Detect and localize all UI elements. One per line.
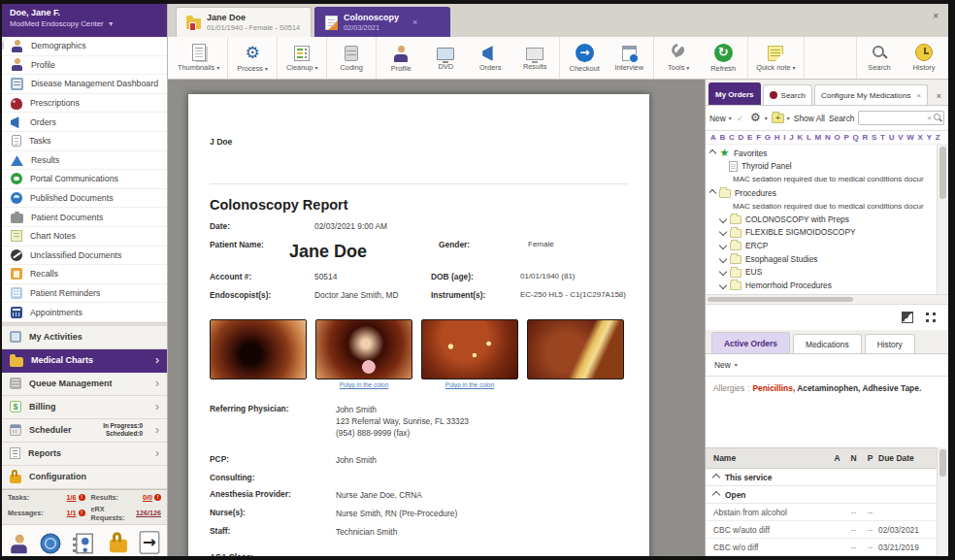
tree-folder-eus[interactable]: EUS — [709, 265, 933, 279]
image-caption-link[interactable]: Polyp in the colon — [421, 381, 518, 388]
sidebar-item-results[interactable]: Results — [2, 151, 167, 171]
orders-tab-configure-my-medications[interactable]: Configure My Medications× — [814, 84, 928, 105]
alphabet-letter-H[interactable]: H — [774, 133, 780, 142]
alphabet-letter-J[interactable]: J — [789, 133, 793, 142]
tab-history[interactable]: History — [865, 334, 915, 353]
sidebar-item-profile[interactable]: Profile — [2, 56, 167, 76]
tree-leaf-thyroid-panel[interactable]: Thyroid Panel — [709, 160, 933, 174]
chevron-down-icon[interactable] — [719, 215, 727, 223]
section-this-service[interactable]: This service — [706, 469, 948, 486]
footer-button-logout[interactable]: →Logout — [139, 530, 160, 556]
sidebar-item-appointments[interactable]: Appointments — [2, 303, 167, 322]
alphabet-letter-C[interactable]: C — [729, 133, 735, 142]
tab-close-icon[interactable]: × — [916, 91, 921, 100]
image-caption-link[interactable]: Polyp in the colon — [315, 381, 412, 388]
patient-header[interactable]: Doe, Jane F. ModMed Endoscopy Center ▼ — [2, 4, 167, 37]
alphabet-letter-Q[interactable]: Q — [853, 133, 859, 142]
chevron-up-icon[interactable] — [712, 490, 720, 498]
sidebar-nav-reports[interactable]: Reports› — [2, 443, 167, 466]
sidebar-item-disease-management-dashboard[interactable]: Disease Management Dashboard — [2, 75, 167, 94]
tab-active-orders[interactable]: Active Orders — [711, 332, 790, 353]
alphabet-letter-B[interactable]: B — [720, 133, 726, 142]
caret-down-icon[interactable]: ▾ — [735, 362, 738, 368]
toolbar-results[interactable]: Results — [512, 44, 557, 73]
alphabet-letter-D[interactable]: D — [739, 133, 744, 142]
alphabet-letter-G[interactable]: G — [765, 133, 771, 142]
footer-button-lock[interactable]: Lock — [109, 537, 128, 556]
chevron-up-icon[interactable] — [712, 473, 720, 480]
alphabet-letter-L[interactable]: L — [807, 133, 811, 142]
chevron-up-icon[interactable] — [709, 149, 716, 157]
stat-value-link[interactable]: 0/0 — [143, 493, 152, 502]
alphabet-letter-F[interactable]: F — [756, 133, 761, 142]
sidebar-nav-medical-charts[interactable]: Medical Charts› — [2, 349, 167, 373]
chevron-down-icon[interactable] — [719, 242, 727, 249]
section-open[interactable]: Open — [706, 486, 948, 504]
alphabet-letter-K[interactable]: K — [797, 133, 803, 142]
alphabet-letter-W[interactable]: W — [906, 133, 914, 142]
chevron-down-icon[interactable] — [719, 268, 727, 276]
alphabet-letter-O[interactable]: O — [834, 133, 840, 142]
toolbar-refresh[interactable]: ↻Refresh — [701, 42, 745, 75]
order-row-cbc-w-o-diff[interactable]: CBC w/o diff----03/21/2019 — [706, 539, 948, 556]
patient-tab-colonoscopy[interactable]: Colonoscopy02/03/2021× — [314, 7, 450, 37]
practice-name-row[interactable]: ModMed Endoscopy Center ▼ — [10, 19, 159, 28]
scrollbar-thumb[interactable] — [708, 297, 853, 302]
order-row-cbc-w-auto-diff[interactable]: CBC w/auto diff----02/03/2021 — [706, 521, 948, 539]
search-button[interactable]: Search — [829, 114, 855, 123]
alphabet-letter-V[interactable]: V — [898, 133, 903, 142]
footer-button-contacts[interactable]: Contacts — [72, 532, 99, 556]
alphabet-letter-A[interactable]: A — [710, 133, 716, 142]
alphabet-letter-Y[interactable]: Y — [927, 133, 932, 142]
sidebar-nav-scheduler[interactable]: SchedulerIn Progress:0Scheduled:0› — [2, 419, 167, 443]
sidebar-nav-billing[interactable]: Billing› — [2, 396, 167, 419]
column-header-name[interactable]: Name — [713, 453, 829, 463]
tree-horizontal-scrollbar[interactable] — [706, 294, 948, 305]
alphabet-letter-M[interactable]: M — [815, 133, 822, 142]
sidebar-item-orders[interactable]: Orders — [2, 113, 167, 132]
column-header-n[interactable]: N — [845, 453, 862, 463]
clear-search-icon[interactable]: × — [927, 114, 932, 122]
stat-value-link[interactable]: 126/126 — [136, 509, 161, 517]
tree-folder-flexible-sigmoidoscopy[interactable]: FLEXIBLE SIGMOIDOSCOPY — [709, 226, 933, 240]
sidebar-item-chart-notes[interactable]: Chart Notes — [2, 227, 167, 247]
sidebar-nav-configuration[interactable]: Configuration — [2, 466, 167, 489]
toolbar-dvd[interactable]: DVD — [423, 44, 468, 73]
alphabet-letter-S[interactable]: S — [872, 133, 876, 142]
pin-icon[interactable] — [2, 39, 4, 49]
sidebar-nav-queue-management[interactable]: Queue Management› — [2, 373, 167, 396]
table-vertical-scrollbar[interactable] — [937, 447, 948, 556]
orders-tab-my-orders[interactable]: My Orders — [708, 82, 761, 105]
column-header-due-date[interactable]: Due Date — [878, 453, 937, 463]
sidebar-item-unclassified-documents[interactable]: Unclassified Documents — [2, 247, 167, 266]
alphabet-letter-P[interactable]: P — [843, 133, 848, 142]
scrollbar-thumb[interactable] — [939, 147, 946, 199]
tree-folder-colonoscopy-with-preps[interactable]: COLONOSCOPY with Preps — [709, 213, 933, 226]
tree-vertical-scrollbar[interactable] — [937, 145, 948, 294]
toolbar-interview[interactable]: Interview — [607, 42, 651, 74]
chevron-down-icon[interactable] — [719, 254, 727, 262]
sidebar-item-prescriptions[interactable]: Prescriptions — [2, 94, 167, 114]
toolbar-tools[interactable]: Tools▾ — [656, 42, 701, 74]
tree-folder-esophageal-studies[interactable]: Esophageal Studies — [709, 252, 933, 266]
toolbar-orders[interactable]: Orders — [468, 42, 512, 74]
tree-folder-ercp[interactable]: ERCP — [709, 239, 933, 252]
toolbar-history[interactable]: History — [902, 37, 946, 79]
alphabet-letter-I[interactable]: I — [783, 133, 785, 142]
toolbar-quick-note[interactable]: Quick note▾ — [750, 42, 801, 74]
order-row-abstain-from-alcohol[interactable]: Abstain from alcohol---- — [706, 504, 948, 521]
alphabet-letter-T[interactable]: T — [880, 133, 885, 142]
alphabet-letter-R[interactable]: R — [862, 133, 868, 142]
tab-close-icon[interactable]: × — [412, 17, 417, 27]
column-header-a[interactable]: A — [829, 453, 845, 463]
chevron-up-icon[interactable] — [709, 188, 716, 196]
toolbar-process[interactable]: ⚙Process▾ — [230, 41, 275, 75]
panel-close-icon[interactable]: × — [937, 91, 945, 105]
toolbar-profile[interactable]: Profile — [379, 42, 423, 75]
alphabet-letter-E[interactable]: E — [747, 133, 752, 142]
toolbar-coding[interactable]: Coding — [329, 42, 374, 74]
sidebar-item-tasks[interactable]: Tasks — [2, 132, 167, 151]
practice-dropdown-icon[interactable]: ▼ — [108, 20, 115, 27]
tree-folder-hemorrhoid-procedures[interactable]: Hemorrhoid Procedures — [709, 279, 933, 292]
new-folder-button[interactable]: ▾ — [772, 114, 790, 123]
